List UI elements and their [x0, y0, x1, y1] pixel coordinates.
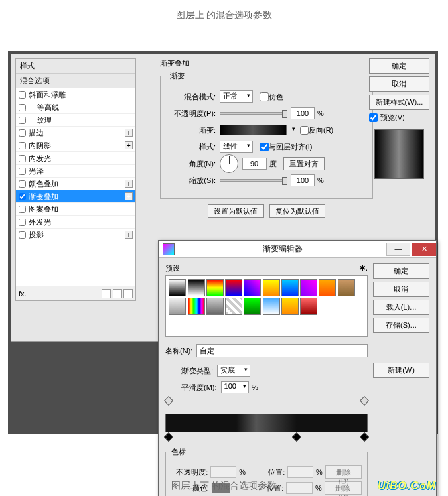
style-checkbox[interactable] — [19, 231, 26, 239]
plus-icon[interactable]: + — [125, 141, 133, 149]
style-label: 纹理 — [37, 115, 52, 125]
style-checkbox[interactable] — [19, 91, 26, 99]
ge-ok-button[interactable]: 确定 — [373, 263, 429, 279]
gradient-bar[interactable] — [165, 414, 368, 432]
gradient-preview[interactable] — [220, 125, 287, 135]
preset-swatch[interactable] — [281, 279, 299, 296]
style-item-10[interactable]: 外发光 — [16, 216, 135, 229]
make-default-button[interactable]: 设置为默认值 — [208, 204, 264, 218]
footer-icon-2[interactable] — [113, 289, 122, 298]
blend-mode-select[interactable]: 正常 — [220, 90, 253, 103]
style-item-7[interactable]: 颜色叠加+ — [16, 178, 135, 190]
plus-icon[interactable]: + — [125, 192, 133, 200]
reverse-label: 反向(R) — [309, 125, 333, 135]
angle-label: 角度(N): — [167, 159, 216, 169]
preset-swatch[interactable] — [225, 279, 242, 296]
footer-icon-1[interactable] — [102, 289, 111, 298]
preset-swatch[interactable] — [300, 298, 317, 315]
style-checkbox[interactable] — [19, 117, 26, 124]
blend-options-row[interactable]: 混合选项 — [16, 74, 135, 88]
reset-align-button[interactable]: 重置对齐 — [283, 157, 325, 170]
color-stop-2[interactable] — [292, 432, 301, 442]
color-stop-1[interactable] — [164, 432, 173, 442]
style-item-0[interactable]: 斜面和浮雕 — [16, 88, 135, 101]
style-item-3[interactable]: 描边+ — [16, 127, 135, 139]
preset-swatch[interactable] — [206, 279, 224, 296]
smooth-input[interactable]: 100 — [221, 381, 249, 393]
style-checkbox[interactable] — [19, 142, 26, 149]
style-item-1[interactable]: 等高线 — [16, 101, 135, 114]
style-checkbox[interactable] — [19, 129, 26, 137]
preset-swatch[interactable] — [225, 298, 242, 315]
preset-swatch[interactable] — [244, 279, 261, 296]
style-checkbox[interactable] — [19, 168, 26, 175]
style-checkbox[interactable] — [19, 180, 26, 188]
style-item-2[interactable]: 纹理 — [16, 114, 135, 127]
ok-button[interactable]: 确定 — [369, 58, 429, 74]
style-checkbox[interactable] — [19, 206, 26, 213]
gradient-editor-titlebar[interactable]: 渐变编辑器 — ✕ — [159, 241, 436, 258]
style-checkbox[interactable] — [19, 193, 26, 200]
angle-dial[interactable] — [220, 154, 238, 173]
stop-position-input-1 — [287, 466, 313, 478]
style-checkbox[interactable] — [19, 155, 26, 162]
reset-default-button[interactable]: 复位为默认值 — [269, 204, 325, 218]
opacity-slider[interactable] — [220, 112, 287, 115]
style-panel: 样式 混合选项 斜面和浮雕等高线纹理描边+内阴影+内发光光泽颜色叠加+渐变叠加+… — [15, 58, 136, 301]
preset-swatch[interactable] — [169, 298, 186, 315]
style-item-8[interactable]: 渐变叠加+ — [16, 190, 135, 203]
style-checkbox[interactable] — [19, 104, 26, 111]
style-item-6[interactable]: 光泽 — [16, 165, 135, 178]
reverse-checkbox[interactable] — [300, 126, 309, 135]
preset-swatch[interactable] — [206, 298, 224, 315]
ge-cancel-button[interactable]: 取消 — [373, 282, 429, 297]
scale-input[interactable] — [291, 174, 315, 186]
style-item-4[interactable]: 内阴影+ — [16, 139, 135, 152]
opacity-stop-right[interactable] — [360, 396, 369, 406]
minimize-button[interactable]: — — [386, 243, 410, 256]
stops-title: 色标 — [171, 447, 186, 457]
preset-swatch[interactable] — [169, 279, 186, 296]
opacity-stop-left[interactable] — [164, 396, 173, 406]
preset-box[interactable] — [165, 275, 368, 337]
style-item-11[interactable]: 投影+ — [16, 229, 135, 241]
style-item-9[interactable]: 图案叠加 — [16, 203, 135, 216]
plus-icon[interactable]: + — [125, 180, 133, 188]
align-checkbox[interactable] — [260, 143, 269, 151]
stop-opacity-input — [210, 466, 236, 478]
plus-icon[interactable]: + — [125, 231, 133, 239]
close-button[interactable]: ✕ — [412, 243, 436, 256]
color-stop-3[interactable] — [360, 432, 369, 442]
dither-label: 仿色 — [269, 92, 283, 102]
new-style-button[interactable]: 新建样式(W)... — [369, 95, 429, 110]
preview-checkbox[interactable] — [369, 113, 378, 122]
style-label: 光泽 — [29, 166, 44, 176]
style-select[interactable]: 线性 — [220, 141, 253, 153]
preset-swatch[interactable] — [338, 279, 355, 296]
gear-icon[interactable]: ✱. — [359, 263, 368, 273]
style-item-5[interactable]: 内发光 — [16, 152, 135, 165]
plus-icon[interactable]: + — [125, 129, 133, 137]
ge-new-button[interactable]: 新建(W) — [373, 363, 429, 378]
ge-load-button[interactable]: 载入(L)... — [373, 300, 429, 315]
angle-input[interactable] — [242, 158, 267, 170]
preset-swatch[interactable] — [263, 298, 280, 315]
preset-swatch[interactable] — [319, 279, 336, 296]
style-checkbox[interactable] — [19, 219, 26, 226]
type-select[interactable]: 实底 — [217, 365, 250, 377]
preset-swatch[interactable] — [300, 279, 317, 296]
style-label: 斜面和浮雕 — [29, 90, 66, 100]
ge-save-button[interactable]: 存储(S)... — [373, 318, 429, 333]
opacity-input[interactable] — [291, 107, 315, 119]
trash-icon[interactable] — [123, 289, 133, 298]
dither-checkbox[interactable] — [260, 92, 269, 101]
preset-swatch[interactable] — [263, 279, 280, 296]
preset-swatch[interactable] — [188, 279, 205, 296]
preset-swatch[interactable] — [188, 298, 205, 315]
scale-slider[interactable] — [220, 179, 287, 182]
preset-swatch[interactable] — [281, 298, 299, 315]
name-input[interactable] — [196, 344, 368, 357]
type-label: 渐变类型: — [181, 366, 213, 376]
cancel-button[interactable]: 取消 — [369, 76, 429, 92]
preset-swatch[interactable] — [244, 298, 261, 315]
